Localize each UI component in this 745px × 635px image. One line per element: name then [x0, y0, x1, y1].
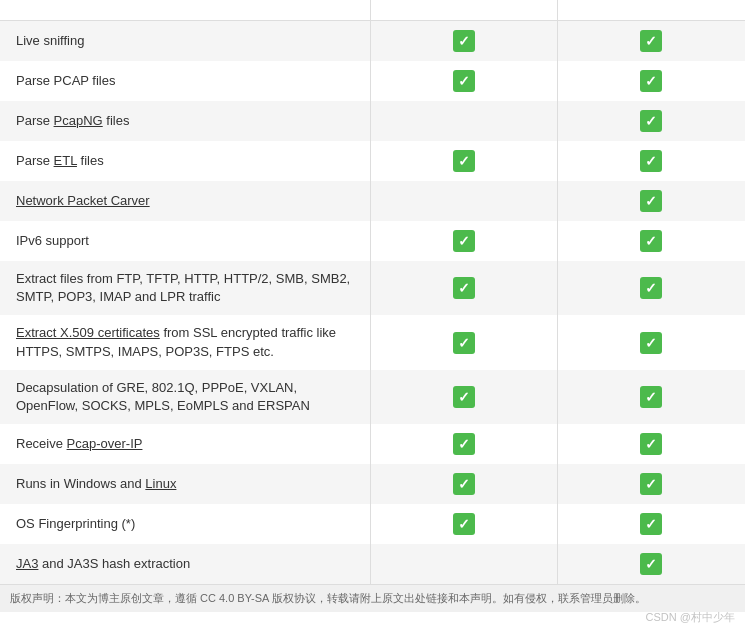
- check-icon: [640, 230, 662, 252]
- check-icon: [453, 230, 475, 252]
- check-icon: [453, 30, 475, 52]
- feature-link[interactable]: PcapNG: [54, 113, 103, 128]
- bottom-bar: 版权声明：本文为博主原创文章，遵循 CC 4.0 BY-SA 版权协议，转载请附…: [0, 584, 745, 612]
- check-icon: [453, 513, 475, 535]
- feature-cell: Live sniffing: [0, 21, 370, 62]
- table-row: Network Packet Carver: [0, 181, 745, 221]
- free-edition-cell: [370, 315, 557, 369]
- professional-cell: [557, 424, 745, 464]
- professional-cell: [557, 315, 745, 369]
- feature-cell: Parse PcapNG files: [0, 101, 370, 141]
- table-row: Decapsulation of GRE, 802.1Q, PPPoE, VXL…: [0, 370, 745, 424]
- free-edition-cell: [370, 464, 557, 504]
- check-icon: [453, 332, 475, 354]
- professional-cell: [557, 101, 745, 141]
- feature-cell: JA3 and JA3S hash extraction: [0, 544, 370, 584]
- comparison-table-container: Live sniffingParse PCAP filesParse PcapN…: [0, 0, 745, 584]
- free-edition-cell: [370, 544, 557, 584]
- check-icon: [453, 70, 475, 92]
- check-icon: [640, 110, 662, 132]
- free-edition-cell: [370, 141, 557, 181]
- watermark: CSDN @村中少年: [646, 610, 735, 612]
- check-icon: [453, 386, 475, 408]
- check-icon: [640, 332, 662, 354]
- feature-cell: Parse PCAP files: [0, 61, 370, 101]
- professional-cell: [557, 261, 745, 315]
- check-icon: [640, 30, 662, 52]
- feature-link[interactable]: Linux: [145, 476, 176, 491]
- free-edition-cell: [370, 181, 557, 221]
- feature-cell: Parse ETL files: [0, 141, 370, 181]
- professional-cell: [557, 221, 745, 261]
- professional-cell: [557, 370, 745, 424]
- feature-cell: Extract X.509 certificates from SSL encr…: [0, 315, 370, 369]
- free-edition-cell: [370, 504, 557, 544]
- table-row: IPv6 support: [0, 221, 745, 261]
- professional-cell: [557, 21, 745, 62]
- free-edition-cell: [370, 101, 557, 141]
- table-row: Parse PCAP files: [0, 61, 745, 101]
- feature-link[interactable]: ETL: [54, 153, 77, 168]
- comparison-table: Live sniffingParse PCAP filesParse PcapN…: [0, 0, 745, 584]
- table-row: Extract X.509 certificates from SSL encr…: [0, 315, 745, 369]
- bottom-notice-text: 版权声明：本文为博主原创文章，遵循 CC 4.0 BY-SA 版权协议，转载请附…: [10, 591, 646, 606]
- professional-cell: [557, 141, 745, 181]
- free-edition-cell: [370, 221, 557, 261]
- feature-link[interactable]: Network Packet Carver: [16, 193, 150, 208]
- check-icon: [453, 473, 475, 495]
- check-icon: [640, 513, 662, 535]
- free-edition-cell: [370, 261, 557, 315]
- feature-cell: OS Fingerprinting (*): [0, 504, 370, 544]
- feature-cell: Extract files from FTP, TFTP, HTTP, HTTP…: [0, 261, 370, 315]
- feature-cell: Network Packet Carver: [0, 181, 370, 221]
- check-icon: [640, 150, 662, 172]
- feature-cell: Runs in Windows and Linux: [0, 464, 370, 504]
- table-row: Runs in Windows and Linux: [0, 464, 745, 504]
- table-row: OS Fingerprinting (*): [0, 504, 745, 544]
- check-icon: [640, 70, 662, 92]
- feature-link[interactable]: Extract X.509 certificates: [16, 325, 160, 340]
- free-edition-cell: [370, 21, 557, 62]
- free-edition-cell: [370, 424, 557, 464]
- check-icon: [640, 277, 662, 299]
- check-icon: [640, 386, 662, 408]
- feature-cell: IPv6 support: [0, 221, 370, 261]
- professional-cell: [557, 464, 745, 504]
- table-row: Extract files from FTP, TFTP, HTTP, HTTP…: [0, 261, 745, 315]
- check-icon: [453, 277, 475, 299]
- professional-cell: [557, 61, 745, 101]
- table-header-row: [0, 0, 745, 21]
- check-icon: [453, 150, 475, 172]
- professional-cell: [557, 544, 745, 584]
- free-edition-cell: [370, 61, 557, 101]
- feature-link[interactable]: JA3: [16, 556, 38, 571]
- header-feature: [0, 0, 370, 21]
- table-row: Receive Pcap-over-IP: [0, 424, 745, 464]
- feature-link[interactable]: Pcap-over-IP: [67, 436, 143, 451]
- check-icon: [453, 433, 475, 455]
- professional-cell: [557, 181, 745, 221]
- table-row: JA3 and JA3S hash extraction: [0, 544, 745, 584]
- free-edition-cell: [370, 370, 557, 424]
- check-icon: [640, 553, 662, 575]
- table-row: Live sniffing: [0, 21, 745, 62]
- check-icon: [640, 473, 662, 495]
- check-icon: [640, 190, 662, 212]
- header-pro: [557, 0, 745, 21]
- feature-cell: Receive Pcap-over-IP: [0, 424, 370, 464]
- table-row: Parse ETL files: [0, 141, 745, 181]
- feature-cell: Decapsulation of GRE, 802.1Q, PPPoE, VXL…: [0, 370, 370, 424]
- table-row: Parse PcapNG files: [0, 101, 745, 141]
- header-free: [370, 0, 557, 21]
- professional-cell: [557, 504, 745, 544]
- check-icon: [640, 433, 662, 455]
